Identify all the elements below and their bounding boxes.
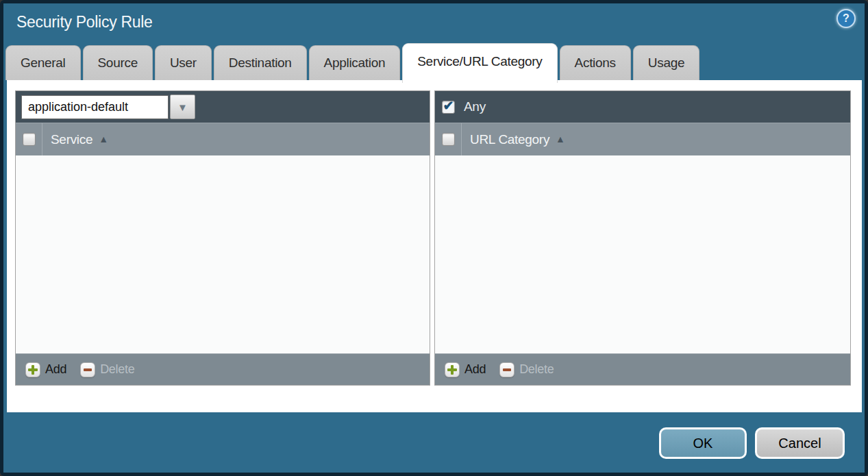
- dialog-surface: Security Policy Rule ? General Source Us…: [3, 3, 865, 473]
- tab-actions[interactable]: Actions: [560, 45, 631, 80]
- url-category-panel: ✔ Any URL Category ▲: [434, 90, 851, 386]
- add-plus-icon: [445, 362, 460, 377]
- tab-destination[interactable]: Destination: [214, 45, 307, 80]
- sort-ascending-icon: ▲: [99, 134, 108, 145]
- service-table-body: [16, 155, 430, 353]
- chevron-down-icon: ▼: [177, 101, 188, 113]
- tab-label: General: [21, 55, 66, 71]
- url-category-column-header[interactable]: URL Category ▲: [462, 123, 565, 155]
- url-category-table-body: [435, 155, 850, 353]
- dialog-title: Security Policy Rule: [16, 13, 153, 32]
- url-category-column-header-row: URL Category ▲: [435, 123, 850, 155]
- service-add-button[interactable]: Add: [25, 362, 66, 377]
- tab-label: Destination: [229, 55, 292, 71]
- add-button-label: Add: [464, 362, 486, 377]
- tab-bar: General Source User Destination Applicat…: [5, 43, 699, 83]
- delete-button-label: Delete: [519, 362, 554, 377]
- delete-minus-icon: [80, 362, 95, 377]
- tab-label: Usage: [648, 55, 684, 71]
- tab-label: Source: [98, 55, 138, 71]
- service-delete-button[interactable]: Delete: [80, 362, 134, 377]
- tab-label: Service/URL Category: [417, 54, 542, 69]
- tab-content: ▼ Service ▲: [7, 80, 862, 412]
- tab-service-url-category[interactable]: Service/URL Category: [402, 43, 557, 83]
- help-icon[interactable]: ?: [836, 9, 856, 28]
- ok-button[interactable]: OK: [659, 427, 747, 459]
- service-column-header-row: Service ▲: [16, 123, 430, 155]
- add-button-label: Add: [45, 362, 66, 377]
- sort-ascending-icon: ▲: [556, 134, 565, 145]
- cancel-button[interactable]: Cancel: [755, 427, 845, 459]
- tab-user[interactable]: User: [155, 45, 212, 80]
- url-category-delete-button[interactable]: Delete: [499, 362, 554, 377]
- service-panel-footer: Add Delete: [16, 353, 430, 385]
- add-plus-icon: [25, 362, 40, 377]
- tab-source[interactable]: Source: [83, 45, 153, 80]
- url-category-select-all-cell: [435, 123, 462, 155]
- delete-minus-icon: [499, 362, 514, 377]
- url-any-checkbox[interactable]: ✔: [442, 101, 455, 114]
- service-type-dropdown-input[interactable]: [21, 95, 169, 119]
- service-panel: ▼ Service ▲: [15, 90, 430, 386]
- service-type-dropdown[interactable]: ▼: [21, 95, 195, 119]
- url-any-row: ✔ Any: [441, 99, 486, 114]
- help-icon-glyph: ?: [843, 12, 850, 25]
- service-column-header[interactable]: Service ▲: [42, 123, 108, 155]
- service-type-dropdown-button[interactable]: ▼: [170, 95, 195, 119]
- tab-usage[interactable]: Usage: [633, 45, 699, 80]
- delete-button-label: Delete: [100, 362, 134, 377]
- ok-button-label: OK: [693, 436, 713, 451]
- service-panel-topbar: ▼: [16, 91, 430, 123]
- tab-label: Actions: [575, 55, 616, 71]
- tab-general[interactable]: General: [5, 45, 81, 80]
- url-category-column-header-label: URL Category: [470, 132, 549, 147]
- url-category-panel-topbar: ✔ Any: [435, 91, 850, 123]
- url-any-label: Any: [464, 99, 486, 114]
- url-category-select-all-checkbox[interactable]: [442, 133, 455, 146]
- url-category-panel-footer: Add Delete: [435, 353, 850, 385]
- service-select-all-checkbox[interactable]: [23, 133, 36, 146]
- cancel-button-label: Cancel: [778, 436, 821, 451]
- security-policy-rule-dialog: Security Policy Rule ? General Source Us…: [0, 0, 868, 476]
- checkmark-icon: ✔: [443, 99, 454, 112]
- tab-label: User: [170, 55, 197, 71]
- tab-application[interactable]: Application: [309, 45, 401, 80]
- url-category-add-button[interactable]: Add: [445, 362, 486, 377]
- service-select-all-cell: [16, 123, 42, 155]
- tab-label: Application: [324, 55, 386, 71]
- service-column-header-label: Service: [51, 132, 92, 147]
